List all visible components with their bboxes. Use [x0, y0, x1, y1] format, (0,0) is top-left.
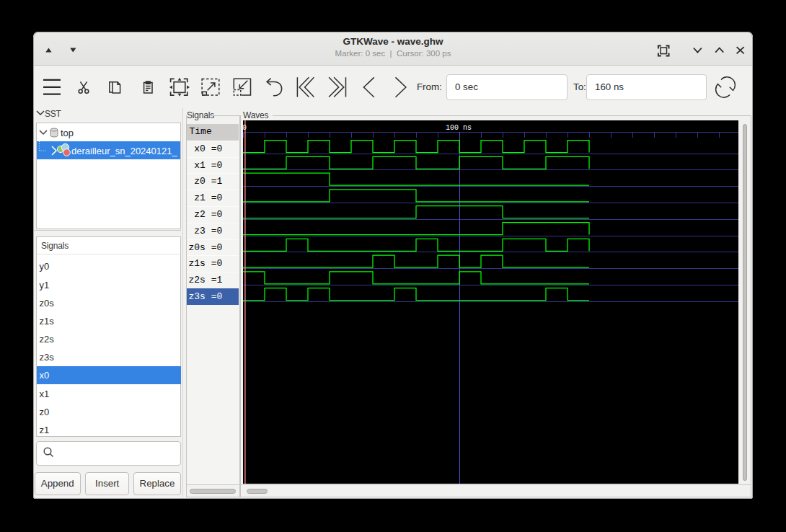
svg-text:100 ns: 100 ns	[446, 124, 472, 132]
svg-text:derailleur_sn_20240121_: derailleur_sn_20240121_	[71, 145, 178, 156]
svg-text:0: 0	[243, 124, 247, 132]
